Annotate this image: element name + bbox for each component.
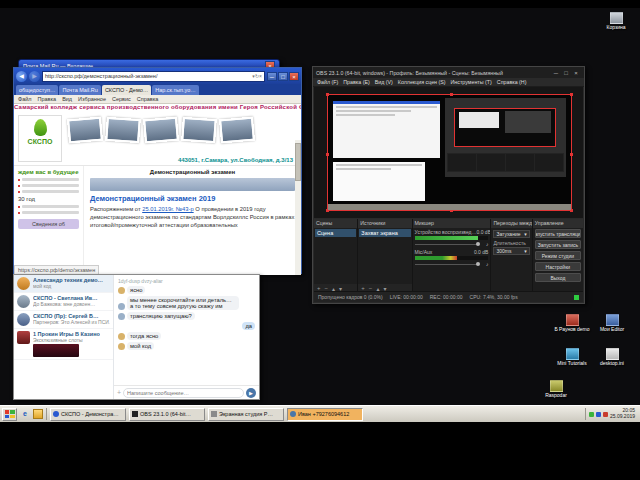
browser-tab[interactable]: Почта Mail.Ru — [59, 85, 100, 95]
minimize-icon[interactable]: ─ — [267, 72, 277, 81]
chat-contact[interactable]: 1 Прокин Игры В Казино Эксклюзивные слот… — [14, 329, 113, 360]
volume-slider[interactable]: ♪ — [415, 261, 489, 267]
message-bubble: ясно — [127, 286, 145, 294]
channel-db: 0.0 dB — [474, 249, 488, 255]
scrollbar-thumb[interactable] — [295, 143, 301, 181]
resize-handle[interactable] — [570, 153, 573, 156]
chat-contact[interactable]: СКСПО - Светлана Ив… До Бажкова: мне дов… — [14, 293, 113, 311]
resize-handle[interactable] — [326, 153, 329, 156]
slider-knob[interactable] — [476, 242, 480, 246]
maximize-icon[interactable]: □ — [278, 72, 288, 81]
desktop-icon-recycle-bin[interactable]: Корзина — [596, 12, 636, 31]
captured-obs-docks — [447, 153, 564, 172]
text-skeleton — [22, 184, 79, 187]
url-text: http://скспо.рф/демонстрационный-экзамен… — [45, 73, 157, 79]
obs-preview[interactable] — [314, 87, 583, 218]
menu-tools[interactable]: Сервис — [112, 96, 131, 102]
contact-text: Александр техник демо… мой код — [33, 277, 103, 290]
site-logo[interactable]: СКСПО — [18, 115, 62, 162]
quicklaunch-folder-icon[interactable] — [33, 409, 43, 419]
sidebar-item[interactable] — [18, 211, 79, 214]
start-button[interactable] — [2, 408, 17, 421]
desktop-icon-raspodar[interactable]: Raspodar — [536, 380, 576, 399]
attach-icon[interactable]: + — [117, 389, 121, 396]
task-button-label: Иван +79276094612 — [298, 411, 349, 417]
scene-item[interactable]: Сцена — [315, 229, 356, 237]
desktop-icon-mini-tutorials[interactable]: Mini Tutorials — [552, 348, 592, 367]
file-icon — [606, 348, 619, 360]
capture-source-region[interactable] — [327, 94, 572, 211]
channel-db: 0.0 dB — [477, 229, 491, 235]
speaker-icon[interactable]: ♪ — [486, 241, 489, 247]
maximize-icon[interactable]: □ — [561, 70, 571, 76]
obs-menu-help[interactable]: Справка (H) — [497, 79, 527, 85]
obs-menu-view[interactable]: Вид (V) — [375, 79, 393, 85]
duration-spinner[interactable]: 300ms ▾ — [493, 247, 529, 255]
meter-fill — [415, 256, 458, 260]
start-recording-button[interactable]: Запустить запись — [535, 240, 581, 249]
sidebar-item[interactable] — [18, 205, 79, 208]
tray-icon[interactable] — [589, 412, 594, 417]
volume-slider[interactable]: ♪ — [415, 241, 489, 247]
chat-contact[interactable]: СКСПО (Пр): Сергей Б… Партнеров: Это Але… — [14, 311, 113, 329]
sidebar-item[interactable] — [18, 184, 79, 187]
article-title[interactable]: Демонстрационный экзамен 2019 — [90, 194, 295, 203]
minimize-icon[interactable]: ─ — [551, 70, 561, 76]
quicklaunch-browser-icon[interactable]: e — [20, 409, 30, 419]
dropdown-icon: ▾ — [524, 231, 527, 237]
app-icon — [550, 380, 563, 392]
exit-button[interactable]: Выход — [535, 273, 581, 282]
close-icon[interactable]: × — [289, 72, 299, 81]
slider-knob[interactable] — [476, 262, 480, 266]
obs-menu-tools[interactable]: Инструменты (T) — [451, 79, 492, 85]
send-icon[interactable]: ▶ — [246, 388, 256, 398]
transition-select[interactable]: Затухание ▾ — [493, 230, 529, 238]
resize-handle[interactable] — [570, 93, 573, 96]
start-streaming-button[interactable]: Запустить трансляцию — [535, 229, 581, 238]
studio-mode-button[interactable]: Режим студии — [535, 251, 581, 260]
obs-menu-edit[interactable]: Правка (E) — [343, 79, 369, 85]
text-skeleton — [336, 106, 437, 108]
tray-icon[interactable] — [596, 412, 601, 417]
browser-tab-active[interactable]: СКСПО - Демо… — [102, 85, 151, 95]
article-link[interactable]: 25.01.2019г. №43-р — [142, 206, 193, 212]
task-button-studio[interactable]: Экранная студия Р… — [208, 408, 284, 421]
taskbar-clock[interactable]: 20:05 25.09.2019 — [610, 408, 635, 420]
desktop-icon-moi-editor[interactable]: Мои Editor — [592, 314, 632, 333]
obs-menu-file[interactable]: Файл (F) — [317, 79, 338, 85]
menu-file[interactable]: Файл — [18, 96, 32, 102]
photo-carousel[interactable] — [68, 118, 291, 142]
menu-help[interactable]: Справка — [137, 96, 159, 102]
resize-handle[interactable] — [326, 93, 329, 96]
chat-contact[interactable]: Александр техник демо… мой код — [14, 275, 113, 293]
address-bar[interactable]: http://скспо.рф/демонстрационный-экзамен… — [42, 71, 265, 82]
sidebar-info-button[interactable]: Сведения об — [18, 219, 79, 229]
sidebar-item[interactable] — [18, 190, 79, 193]
forward-icon[interactable]: ▶ — [29, 71, 40, 82]
desktop-icon-braunov-demo[interactable]: Б Раунов demo — [552, 314, 592, 333]
menu-view[interactable]: Вид — [62, 96, 72, 102]
carousel-photo — [181, 117, 217, 143]
browser-tab[interactable]: Нар.ск.тып.уо… — [152, 85, 199, 95]
task-button-browser[interactable]: СКСПО - Демонстра… — [50, 408, 126, 421]
obs-menu-scene-collection[interactable]: Коллекция сцен (S) — [398, 79, 446, 85]
captured-capture-region — [454, 108, 556, 147]
desktop-icon-desktop-ini[interactable]: desktop.ini — [592, 348, 632, 367]
resize-handle[interactable] — [450, 93, 453, 96]
task-button-chat[interactable]: Иван +79276094612 — [287, 408, 363, 421]
settings-button[interactable]: Настройки — [535, 262, 581, 271]
message-input[interactable] — [123, 388, 244, 398]
close-icon[interactable]: × — [571, 70, 581, 76]
source-item[interactable]: Захват экрана — [359, 229, 410, 237]
menu-edit[interactable]: Правка — [38, 96, 57, 102]
browser-scrollbar[interactable] — [295, 140, 301, 275]
task-button-obs[interactable]: OBS 23.1.0 (64-bit… — [129, 408, 205, 421]
browser-tab[interactable]: общедоступ… — [16, 85, 58, 95]
tray-icon[interactable] — [603, 412, 608, 417]
stop-icon[interactable]: × — [259, 73, 262, 79]
obs-titlebar[interactable]: OBS 23.1.0 (64-bit, windows) - Профиль: … — [313, 67, 584, 78]
speaker-icon[interactable]: ♪ — [486, 261, 489, 267]
sidebar-item[interactable] — [18, 178, 79, 181]
menu-favorites[interactable]: Избранное — [78, 96, 106, 102]
back-icon[interactable]: ◀ — [16, 71, 27, 82]
